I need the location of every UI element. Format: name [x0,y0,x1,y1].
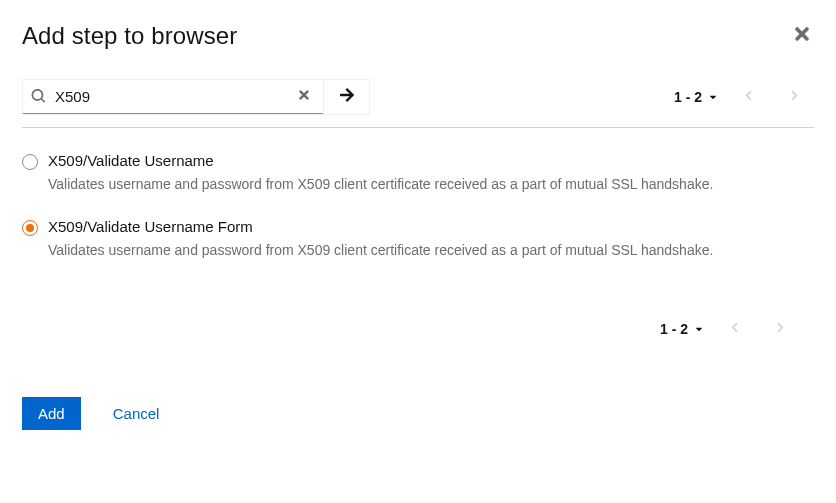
add-step-modal: Add step to browser [0,0,836,452]
modal-footer: Add Cancel [22,397,814,430]
modal-header: Add step to browser [22,22,814,51]
page-range-dropdown[interactable]: 1 - 2 [670,83,722,111]
search-box [23,80,323,114]
divider [22,127,814,128]
clear-search-button[interactable] [293,84,315,109]
page-next-button[interactable] [774,79,814,115]
add-button[interactable]: Add [22,397,81,430]
option-title[interactable]: X509/Validate Username [48,152,814,169]
radio-button[interactable] [22,154,38,170]
option-description: Validates username and password from X50… [48,175,814,195]
page-range-text: 1 - 2 [660,321,688,337]
pagination-bottom-wrap: 1 - 2 [22,311,814,347]
close-icon [792,32,812,47]
close-button[interactable] [790,22,814,48]
page-prev-button[interactable] [728,79,768,115]
option-body: X509/Validate Username Validates usernam… [48,152,814,195]
caret-down-icon [694,324,704,334]
modal-title: Add step to browser [22,22,237,51]
option-row: X509/Validate Username Form Validates us… [22,218,814,261]
page-next-button[interactable] [760,311,800,347]
radio-button[interactable] [22,220,38,236]
caret-down-icon [708,92,718,102]
chevron-left-icon [729,321,740,336]
option-body: X509/Validate Username Form Validates us… [48,218,814,261]
option-title[interactable]: X509/Validate Username Form [48,218,814,235]
arrow-right-icon [339,87,355,106]
pagination-bottom: 1 - 2 [656,311,800,347]
page-prev-button[interactable] [714,311,754,347]
search-icon [31,89,45,103]
page-range-text: 1 - 2 [674,89,702,105]
search-submit-button[interactable] [323,80,369,114]
chevron-right-icon [789,89,800,104]
times-icon [297,88,311,105]
chevron-right-icon [775,321,786,336]
chevron-left-icon [743,89,754,104]
pagination-top: 1 - 2 [670,79,814,115]
page-range-dropdown[interactable]: 1 - 2 [656,315,708,343]
cancel-button[interactable]: Cancel [97,397,176,430]
option-description: Validates username and password from X50… [48,241,814,261]
search-group [22,79,370,115]
option-row: X509/Validate Username Validates usernam… [22,152,814,195]
search-input[interactable] [53,87,293,106]
toolbar: 1 - 2 [22,79,814,115]
